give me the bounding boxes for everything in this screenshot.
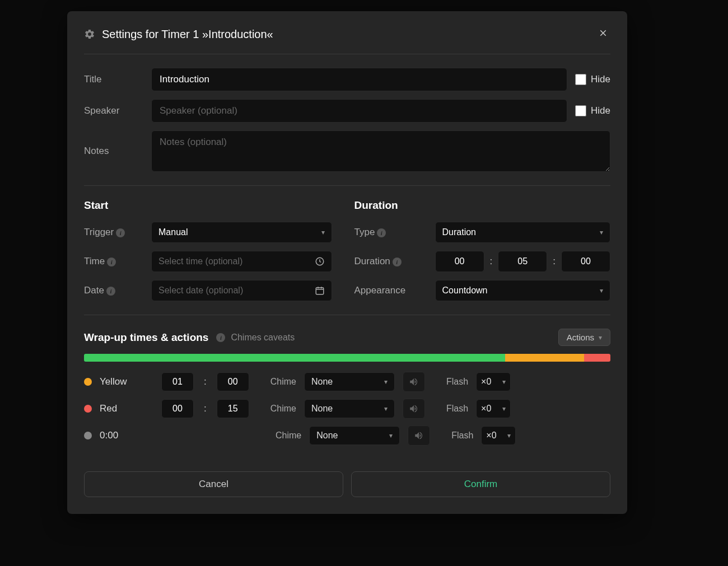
zero-chime-preview-button[interactable] (408, 425, 430, 446)
duration-seconds-input[interactable] (561, 251, 610, 272)
modal-header: Settings for Timer 1 »Introduction« (84, 25, 610, 54)
title-input[interactable] (151, 68, 567, 91)
notes-input[interactable] (151, 130, 610, 172)
chevron-down-icon: ▾ (600, 228, 603, 236)
info-icon[interactable]: i (106, 287, 115, 296)
confirm-button[interactable]: Confirm (351, 471, 610, 497)
yellow-chime-preview-button[interactable] (403, 372, 425, 392)
chevron-down-icon: ▾ (502, 405, 506, 413)
chevron-down-icon: ▾ (384, 378, 388, 386)
hide-speaker-checkbox[interactable] (575, 105, 586, 116)
hide-title-checkbox[interactable] (575, 74, 586, 85)
clock-icon (315, 256, 325, 266)
notes-label: Notes (84, 146, 143, 157)
date-label: Datei (84, 285, 143, 296)
type-select[interactable]: Duration ▾ (435, 222, 610, 243)
yellow-label: Yellow (100, 376, 153, 387)
progress-red-segment (584, 354, 610, 362)
yellow-chime-label: Chime (270, 377, 296, 387)
speaker-label: Speaker (84, 105, 143, 116)
speaker-input[interactable] (151, 99, 567, 123)
progress-green-segment (84, 354, 505, 362)
chevron-down-icon: ▾ (389, 432, 393, 439)
grey-dot (84, 432, 92, 439)
red-minutes-input[interactable] (161, 399, 194, 418)
yellow-chime-select[interactable]: None▾ (304, 372, 395, 391)
zero-chime-label: Chime (276, 431, 301, 441)
duration-label: Durationi (354, 256, 427, 267)
duration-heading: Duration (354, 199, 610, 212)
info-icon[interactable]: i (377, 228, 386, 237)
trigger-select[interactable]: Manual ▾ (151, 222, 332, 243)
yellow-seconds-input[interactable] (217, 372, 249, 391)
chimes-caveats-link[interactable]: Chimes caveats (231, 333, 295, 343)
close-button[interactable] (596, 25, 610, 44)
date-select[interactable]: Select date (optional) (151, 280, 332, 301)
appearance-label: Appearance (354, 285, 427, 296)
timing-section: Start Triggeri Manual ▾ Timei Select tim… (84, 186, 610, 315)
type-label: Typei (354, 227, 427, 238)
duration-column: Duration Typei Duration ▾ Durationi : : (354, 199, 610, 301)
duration-hours-input[interactable] (435, 251, 484, 272)
chevron-down-icon: ▾ (502, 378, 506, 386)
title-label: Title (84, 74, 143, 85)
speaker-icon (409, 377, 419, 387)
info-icon[interactable]: i (107, 258, 116, 266)
wrapup-progress-bar (84, 354, 610, 362)
zero-label: 0:00 (100, 430, 153, 441)
speaker-icon (414, 431, 424, 441)
chevron-down-icon: ▾ (599, 334, 602, 342)
info-icon[interactable]: i (116, 228, 125, 237)
zero-flash-label: Flash (451, 431, 473, 441)
red-label: Red (100, 403, 153, 414)
start-heading: Start (84, 199, 332, 212)
start-column: Start Triggeri Manual ▾ Timei Select tim… (84, 199, 332, 301)
yellow-flash-label: Flash (446, 377, 468, 387)
wrapup-yellow-row: Yellow : Chime None▾ Flash ×0▾ (84, 372, 610, 392)
cancel-button[interactable]: Cancel (84, 471, 343, 497)
info-icon[interactable]: i (393, 258, 402, 266)
calendar-icon (315, 286, 325, 296)
chevron-down-icon: ▾ (600, 287, 603, 294)
chevron-down-icon: ▾ (384, 405, 388, 413)
chevron-down-icon: ▾ (507, 432, 511, 439)
yellow-minutes-input[interactable] (161, 372, 194, 391)
gear-icon (84, 29, 95, 40)
close-icon (598, 28, 608, 38)
wrapup-red-row: Red : Chime None▾ Flash ×0▾ (84, 399, 610, 419)
red-chime-preview-button[interactable] (403, 399, 425, 419)
modal-footer: Cancel Confirm (84, 471, 610, 497)
appearance-select[interactable]: Countdown ▾ (435, 280, 610, 301)
time-select[interactable]: Select time (optional) (151, 251, 332, 272)
info-icon[interactable]: i (216, 333, 225, 342)
red-chime-label: Chime (270, 404, 296, 414)
modal-title: Settings for Timer 1 »Introduction« (102, 28, 273, 41)
yellow-flash-select[interactable]: ×0▾ (476, 372, 511, 391)
time-label: Timei (84, 256, 143, 267)
red-flash-label: Flash (446, 404, 468, 414)
wrapup-section: Wrap-up times & actions i Chimes caveats… (84, 315, 610, 458)
basic-info-section: Title Hide Speaker Hide Notes (84, 54, 610, 186)
red-flash-select[interactable]: ×0▾ (476, 399, 511, 418)
zero-chime-select[interactable]: None▾ (309, 426, 400, 445)
yellow-dot (84, 378, 92, 386)
trigger-label: Triggeri (84, 227, 143, 238)
duration-minutes-input[interactable] (498, 251, 547, 272)
progress-yellow-segment (505, 354, 584, 362)
speaker-icon (409, 404, 419, 414)
settings-modal: Settings for Timer 1 »Introduction« Titl… (67, 11, 627, 514)
hide-title-label: Hide (591, 74, 610, 85)
svg-rect-1 (316, 288, 324, 294)
red-dot (84, 405, 92, 413)
hide-speaker-label: Hide (591, 105, 610, 116)
red-seconds-input[interactable] (217, 399, 249, 418)
wrapup-zero-row: 0:00 Chime None▾ Flash ×0▾ (84, 425, 610, 446)
actions-button[interactable]: Actions ▾ (558, 329, 610, 346)
red-chime-select[interactable]: None▾ (304, 399, 395, 418)
zero-flash-select[interactable]: ×0▾ (481, 426, 516, 445)
chevron-down-icon: ▾ (321, 228, 325, 236)
wrapup-heading: Wrap-up times & actions (84, 331, 208, 344)
